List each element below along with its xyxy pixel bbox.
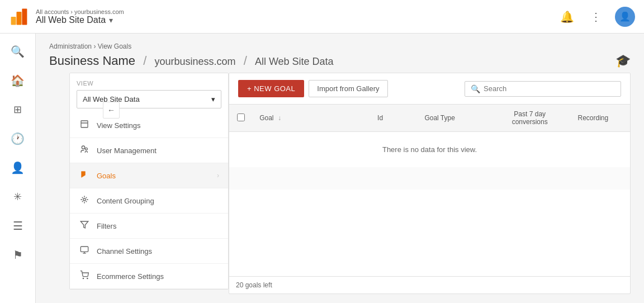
svg-rect-9: [80, 247, 88, 252]
left-nav-wrapper: ← VIEW All Web Site Data ▾: [49, 73, 229, 294]
goals-toolbar: + NEW GOAL Import from Gallery 🔍: [229, 73, 630, 105]
avatar-icon: 👤: [619, 11, 631, 22]
view-label: VIEW: [77, 80, 221, 87]
left-nav: VIEW All Web Site Data ▾ View Settings: [69, 73, 229, 290]
no-data-cell: There is no data for this view.: [229, 132, 630, 168]
view-settings-icon: [79, 120, 90, 131]
header-title-area: All accounts › yourbusiness.com All Web …: [36, 8, 124, 25]
title-dropdown-arrow[interactable]: ▾: [109, 16, 113, 25]
breadcrumb-view: View Goals: [98, 42, 131, 50]
goals-left-count: 20 goals left: [236, 281, 272, 289]
svg-marker-8: [80, 221, 88, 228]
sidebar-item-reports[interactable]: 🕐: [4, 125, 31, 152]
goal-col-label: Goal: [259, 114, 273, 122]
nav-label-channel-settings: Channel Settings: [97, 247, 152, 255]
main-layout: 🔍 🏠 ⊞ 🕐 👤 ✳ ☰ ⚑ Administration ›: [0, 34, 644, 303]
sidebar-item-home[interactable]: 🏠: [4, 67, 31, 94]
goal-col-header[interactable]: Goal ↓: [253, 105, 371, 132]
select-all-checkbox[interactable]: [237, 113, 245, 121]
sidebar-item-search[interactable]: 🔍: [4, 38, 31, 65]
right-panel: + NEW GOAL Import from Gallery 🔍: [229, 73, 631, 294]
top-header: All accounts › yourbusiness.com All Web …: [0, 0, 644, 34]
import-gallery-button[interactable]: Import from Gallery: [309, 80, 387, 97]
no-data-row: There is no data for this view.: [229, 132, 630, 168]
view-dropdown[interactable]: All Web Site Data ▾: [77, 90, 221, 108]
page-header: Administration › View Goals Business Nam…: [36, 34, 644, 73]
channel-settings-icon: [79, 245, 90, 257]
nav-label-view-settings: View Settings: [97, 121, 141, 130]
header-breadcrumb: All accounts › yourbusiness.com: [36, 8, 124, 15]
dropdown-chevron-icon: ▾: [211, 95, 215, 103]
svg-point-13: [87, 278, 88, 278]
page-title-row: Business Name / yourbusiness.com / All W…: [49, 54, 631, 68]
svg-point-5: [82, 146, 84, 149]
nav-item-ecommerce-settings[interactable]: Ecommerce Settings: [70, 264, 228, 289]
svg-point-6: [85, 148, 87, 150]
user-management-icon: [79, 145, 90, 156]
home-icon: 🏠: [11, 74, 25, 87]
subdomain-text: yourbusiness.com: [154, 56, 235, 67]
svg-point-7: [83, 198, 86, 201]
graduation-icon: 🎓: [615, 54, 631, 68]
conversions-col-header: Past 7 dayconversions: [489, 105, 571, 132]
content-area: Administration › View Goals Business Nam…: [36, 34, 644, 303]
type-col-header: Goal Type: [418, 105, 489, 132]
ga-logo: [9, 7, 29, 27]
goals-icon: [79, 170, 90, 181]
nav-label-goals: Goals: [97, 172, 116, 180]
breadcrumb-admin: Administration: [49, 42, 92, 50]
behavior-icon: ☰: [13, 219, 23, 233]
goals-table: Goal ↓ Id Goal Type Past 7: [229, 105, 630, 276]
search-box: 🔍: [465, 81, 621, 97]
empty-row: [229, 167, 630, 190]
notification-button[interactable]: 🔔: [557, 7, 577, 27]
more-icon: ⋮: [590, 10, 602, 23]
nav-item-user-management[interactable]: User Management: [70, 138, 228, 163]
breadcrumb-sep: ›: [93, 42, 97, 50]
sidebar-icons: 🔍 🏠 ⊞ 🕐 👤 ✳ ☰ ⚑: [0, 34, 36, 303]
nav-label-filters: Filters: [97, 222, 116, 230]
type-col-label: Goal Type: [424, 114, 454, 122]
sort-down-icon: ↓: [278, 114, 281, 122]
goals-footer: 20 goals left: [229, 276, 630, 293]
sidebar-item-conversions[interactable]: ⚑: [4, 242, 31, 268]
sidebar-item-dashboard[interactable]: ⊞: [4, 96, 31, 123]
two-panel: ← VIEW All Web Site Data ▾: [36, 73, 644, 303]
svg-rect-0: [11, 17, 16, 25]
title-sep2: /: [244, 54, 250, 68]
page-title: Business Name / yourbusiness.com / All W…: [49, 54, 334, 68]
id-col-label: Id: [377, 114, 383, 122]
bell-icon: 🔔: [560, 10, 574, 23]
goals-data-table: Goal ↓ Id Goal Type Past 7: [229, 105, 630, 190]
nav-item-goals[interactable]: Goals ›: [70, 163, 228, 188]
back-arrow-button[interactable]: ←: [103, 102, 120, 119]
dashboard-icon: ⊞: [13, 103, 22, 116]
title-sep1: /: [143, 54, 150, 68]
sidebar-item-acquisition[interactable]: ✳: [4, 183, 31, 210]
nav-label-content-grouping: Content Grouping: [97, 197, 154, 205]
svg-rect-3: [81, 121, 88, 127]
ecommerce-settings-icon: [79, 271, 90, 282]
content-grouping-icon: [79, 195, 90, 206]
more-options-button[interactable]: ⋮: [586, 7, 606, 27]
id-col-header: Id: [371, 105, 418, 132]
nav-item-filters[interactable]: Filters: [70, 214, 228, 239]
nav-item-view-settings[interactable]: View Settings: [70, 113, 228, 138]
svg-point-12: [83, 278, 83, 278]
nav-item-channel-settings[interactable]: Channel Settings: [70, 239, 228, 264]
search-icon: 🔍: [11, 45, 25, 58]
person-icon: 👤: [11, 161, 25, 174]
sidebar-item-audience[interactable]: 👤: [4, 154, 31, 181]
nav-label-ecommerce-settings: Ecommerce Settings: [97, 272, 164, 281]
conversions-col-label: Past 7 dayconversions: [512, 110, 548, 126]
view-selector: VIEW All Web Site Data ▾: [70, 73, 228, 113]
sidebar-item-behavior[interactable]: ☰: [4, 212, 31, 239]
nav-item-content-grouping[interactable]: Content Grouping: [70, 188, 228, 214]
search-input[interactable]: [484, 84, 615, 93]
target-icon: ✳: [13, 191, 22, 203]
header-title[interactable]: All Web Site Data ▾: [36, 15, 124, 25]
new-goal-button[interactable]: + NEW GOAL: [238, 80, 304, 97]
filters-icon: [79, 220, 90, 231]
user-avatar[interactable]: 👤: [615, 7, 635, 27]
header-actions: 🔔 ⋮ 👤: [557, 7, 635, 27]
